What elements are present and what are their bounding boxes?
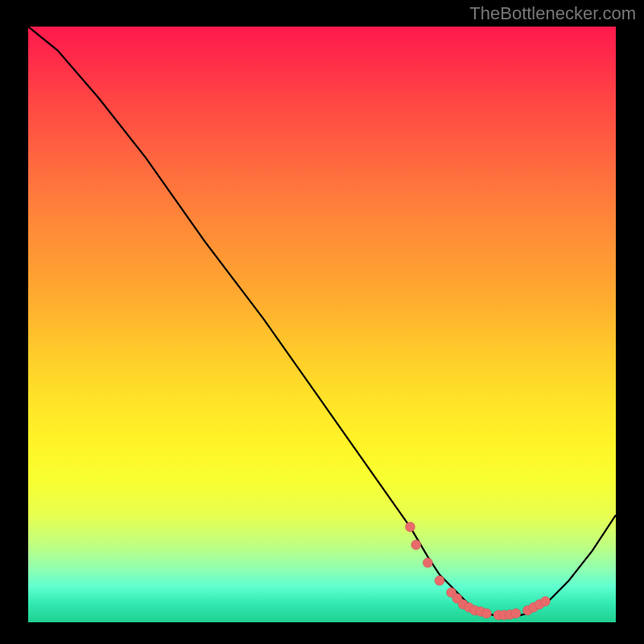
chart-marker — [511, 609, 521, 618]
chart-marker — [411, 540, 421, 550]
chart-marker — [435, 576, 444, 585]
chart-marker — [406, 522, 415, 532]
chart-plot-area — [28, 27, 616, 622]
chart-marker — [423, 558, 432, 568]
chart-curve — [28, 27, 616, 617]
attribution-text: TheBottlenecker.com — [469, 3, 636, 24]
chart-marker — [540, 597, 550, 606]
chart-svg — [28, 27, 616, 622]
chart-marker — [481, 609, 491, 618]
chart-markers — [406, 522, 551, 621]
